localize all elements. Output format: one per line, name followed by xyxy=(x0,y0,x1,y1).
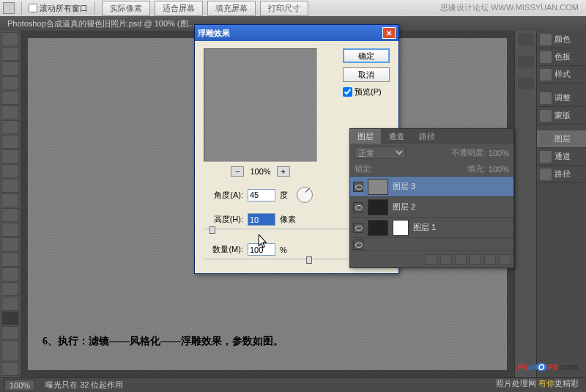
color-swatch[interactable] xyxy=(1,341,19,361)
close-icon[interactable]: ✕ xyxy=(382,27,396,39)
brush-tool[interactable] xyxy=(1,135,19,149)
layer-name: 图层 2 xyxy=(393,201,415,212)
fx-icon[interactable] xyxy=(426,254,437,265)
height-unit: 像素 xyxy=(280,214,296,225)
dodge-tool[interactable] xyxy=(1,223,19,237)
visibility-icon[interactable] xyxy=(353,182,363,192)
panel-mask[interactable]: 蒙版 xyxy=(537,107,586,125)
mask-icon[interactable] xyxy=(440,254,452,265)
angle-dial[interactable] xyxy=(297,187,313,203)
amount-unit: % xyxy=(280,245,287,254)
panel-swatch[interactable]: 色板 xyxy=(537,48,586,66)
preview-checkbox[interactable]: 预览(P) xyxy=(343,86,390,97)
zoom-field[interactable]: 100% xyxy=(4,380,35,391)
zoom-value: 100% xyxy=(250,167,270,176)
panel-icon[interactable] xyxy=(518,78,534,89)
layer-thumbnail[interactable] xyxy=(368,199,388,215)
tab-layers[interactable]: 图层 xyxy=(350,129,381,144)
layer-row[interactable]: 图层 1 xyxy=(350,217,513,237)
marquee-tool[interactable] xyxy=(1,47,19,61)
pen-tool[interactable] xyxy=(1,237,19,251)
opacity-value[interactable]: 100% xyxy=(489,149,509,158)
angle-input[interactable] xyxy=(248,189,275,201)
path-tool[interactable] xyxy=(1,267,19,281)
visibility-icon[interactable] xyxy=(353,223,363,233)
layer-row[interactable] xyxy=(350,237,513,251)
layer-thumbnail[interactable] xyxy=(368,179,388,195)
actual-pixels-button[interactable]: 实际像素 xyxy=(102,1,150,16)
move-tool[interactable] xyxy=(1,32,19,46)
group-icon[interactable] xyxy=(470,254,481,265)
lasso-tool[interactable] xyxy=(1,62,19,75)
zoom-tool[interactable] xyxy=(1,326,19,340)
3d-tool[interactable] xyxy=(1,297,19,311)
dialog-titlebar[interactable]: 浮雕效果 ✕ xyxy=(195,25,398,41)
heal-tool[interactable] xyxy=(1,120,19,134)
layer-name: 图层 1 xyxy=(413,222,436,233)
scroll-all-checkbox[interactable]: 滚动所有窗口 xyxy=(29,3,88,14)
layer-row[interactable]: 图层 3 xyxy=(350,176,513,196)
fill-value[interactable]: 100% xyxy=(489,165,509,174)
visibility-icon[interactable] xyxy=(353,240,363,250)
preview-thumbnail[interactable] xyxy=(204,48,317,162)
layer-thumbnail[interactable] xyxy=(368,220,388,236)
hand-tool[interactable] xyxy=(1,311,19,325)
panel-channels[interactable]: 通道 xyxy=(537,148,586,166)
angle-label: 角度(A): xyxy=(204,190,243,201)
panel-dock: 颜色 色板 样式 调整 蒙版 图层 通道 路径 xyxy=(536,31,586,377)
eyedropper-tool[interactable] xyxy=(1,106,19,119)
zoom-out-icon[interactable]: − xyxy=(231,166,244,177)
height-input[interactable] xyxy=(248,213,275,226)
watermark-logo: PhotOPS.com xyxy=(517,355,579,374)
print-size-button[interactable]: 打印尺寸 xyxy=(260,1,308,16)
blend-mode-select[interactable]: 正常 xyxy=(355,147,406,159)
layer-name: 图层 3 xyxy=(393,181,415,192)
amount-label: 数量(M): xyxy=(204,244,243,255)
fit-screen-button[interactable]: 适合屏幕 xyxy=(155,1,203,16)
panel-icon[interactable] xyxy=(518,34,534,45)
zoom-in-icon[interactable]: + xyxy=(277,166,290,177)
panel-layers[interactable]: 图层 xyxy=(537,130,586,148)
shape-tool[interactable] xyxy=(1,282,19,296)
new-layer-icon[interactable] xyxy=(484,254,496,265)
adjust-icon[interactable] xyxy=(455,254,467,265)
panel-paths[interactable]: 路径 xyxy=(537,166,586,183)
height-label: 高度(H): xyxy=(204,214,243,225)
type-tool[interactable] xyxy=(1,252,19,266)
layer-row[interactable]: 图层 2 xyxy=(350,196,513,217)
history-brush-tool[interactable] xyxy=(1,164,19,178)
collapsed-panels xyxy=(514,31,536,377)
tab-channels[interactable]: 通道 xyxy=(381,129,412,144)
footer-text: 照片处理网 有你更精彩 xyxy=(496,378,579,389)
status-text: 曝光只在 32 位起作用 xyxy=(45,380,123,391)
tab-paths[interactable]: 路径 xyxy=(412,129,442,144)
panel-color[interactable]: 颜色 xyxy=(537,31,586,48)
panel-adjust[interactable]: 调整 xyxy=(537,89,586,107)
brand-text: 思缘设计论坛 WWW.MISSYUAN.COM xyxy=(440,2,579,13)
fill-screen-button[interactable]: 填充屏幕 xyxy=(207,1,256,16)
tutorial-caption: 6、执行：滤镜——风格化——浮雕效果，参数如图。 xyxy=(42,335,283,348)
visibility-icon[interactable] xyxy=(353,202,363,212)
cancel-button[interactable]: 取消 xyxy=(343,67,390,82)
hand-icon[interactable] xyxy=(3,2,15,14)
trash-icon[interactable] xyxy=(499,254,511,265)
stamp-tool[interactable] xyxy=(1,149,19,163)
panel-style[interactable]: 样式 xyxy=(537,66,586,84)
toolbox xyxy=(0,31,21,377)
amount-input[interactable] xyxy=(248,243,275,256)
angle-unit: 度 xyxy=(280,190,288,201)
blur-tool[interactable] xyxy=(1,208,19,222)
eraser-tool[interactable] xyxy=(1,179,19,193)
layers-panel: 图层 通道 路径 正常 不透明度: 100% 锁定: 填充: 100% 图层 3 xyxy=(349,128,514,268)
crop-tool[interactable] xyxy=(1,91,19,105)
panel-icon[interactable] xyxy=(518,56,534,67)
layer-mask-thumbnail[interactable] xyxy=(393,220,409,236)
ok-button[interactable]: 确定 xyxy=(343,48,390,63)
wand-tool[interactable] xyxy=(1,76,19,90)
quickmask-tool[interactable] xyxy=(1,362,19,376)
dialog-title: 浮雕效果 xyxy=(198,28,230,39)
gradient-tool[interactable] xyxy=(1,193,19,207)
